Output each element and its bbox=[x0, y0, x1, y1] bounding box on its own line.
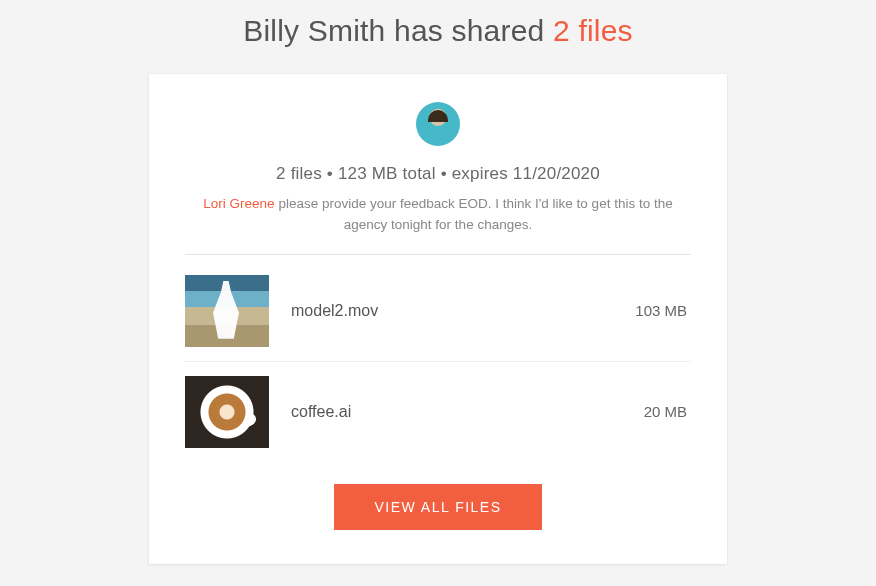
message-text: please provide your feedback EOD. I thin… bbox=[275, 196, 673, 232]
file-row[interactable]: model2.mov 103 MB bbox=[185, 261, 691, 362]
file-thumbnail[interactable] bbox=[185, 275, 269, 347]
share-card: 2 files • 123 MB total • expires 11/20/2… bbox=[149, 74, 727, 564]
summary-total-size: 123 MB total bbox=[338, 164, 436, 183]
avatar bbox=[416, 102, 460, 146]
share-summary: 2 files • 123 MB total • expires 11/20/2… bbox=[185, 164, 691, 184]
file-name: coffee.ai bbox=[291, 403, 644, 421]
page-title-accent: 2 files bbox=[553, 14, 633, 47]
share-message: Lori Greene please provide your feedback… bbox=[185, 194, 691, 236]
summary-sep: • bbox=[436, 164, 452, 183]
summary-file-count: 2 files bbox=[276, 164, 322, 183]
view-all-files-button[interactable]: VIEW ALL FILES bbox=[334, 484, 541, 530]
file-name: model2.mov bbox=[291, 302, 635, 320]
summary-sep: • bbox=[322, 164, 338, 183]
file-row[interactable]: coffee.ai 20 MB bbox=[185, 362, 691, 462]
file-list: model2.mov 103 MB coffee.ai 20 MB bbox=[185, 261, 691, 462]
file-thumbnail[interactable] bbox=[185, 376, 269, 448]
cta-wrap: VIEW ALL FILES bbox=[185, 484, 691, 530]
page-title: Billy Smith has shared 2 files bbox=[0, 0, 876, 74]
file-size: 20 MB bbox=[644, 403, 691, 420]
summary-expires: expires 11/20/2020 bbox=[452, 164, 600, 183]
mention[interactable]: Lori Greene bbox=[203, 196, 274, 211]
file-size: 103 MB bbox=[635, 302, 691, 319]
page-title-prefix: Billy Smith has shared bbox=[243, 14, 553, 47]
divider bbox=[185, 254, 691, 255]
avatar-wrap bbox=[185, 102, 691, 150]
